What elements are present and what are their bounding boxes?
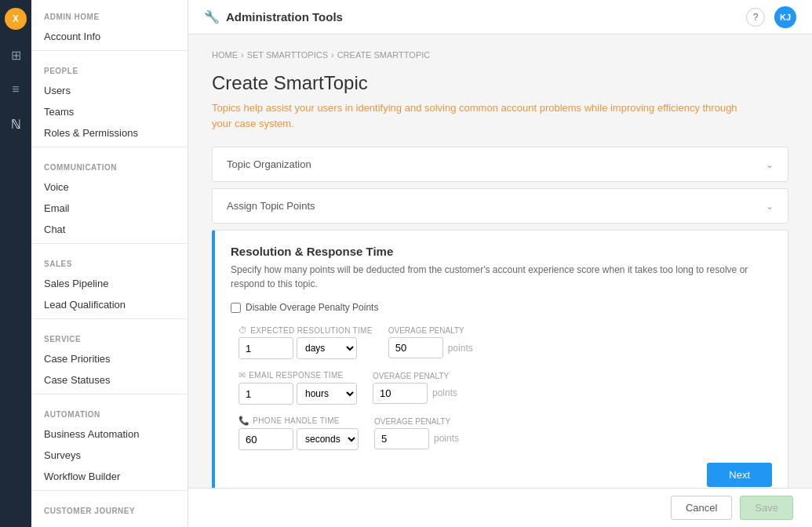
breadcrumb-sep1: › xyxy=(241,50,244,60)
sidebar-item-voice[interactable]: Voice xyxy=(31,176,188,198)
disable-penalty-row: Disable Overage Penalty Points xyxy=(231,302,772,313)
breadcrumb-create-smarttopic: CREATE SMARTTOPIC xyxy=(337,50,431,60)
cancel-button[interactable]: Cancel xyxy=(671,496,732,520)
sidebar-item-chat[interactable]: Chat xyxy=(31,219,188,240)
email-overage-label: OVERAGE PENALTY xyxy=(373,372,457,380)
sidebar-section-admin-home: ADMIN HOME xyxy=(31,0,188,26)
sidebar: ADMIN HOME Account Info PEOPLE Users Tea… xyxy=(31,0,188,527)
topbar-left: 🔧 Administration Tools xyxy=(204,9,343,24)
bottom-bar: Cancel Save xyxy=(188,488,812,527)
topic-org-chevron-icon: ⌄ xyxy=(766,159,774,170)
sidebar-item-teams[interactable]: Teams xyxy=(31,101,188,122)
breadcrumb-set-smarttopics[interactable]: SET SMARTTOPICS xyxy=(247,50,328,60)
topic-org-label: Topic Organization xyxy=(227,158,311,170)
email-points-label: points xyxy=(432,387,457,398)
resolution-time-unit-select[interactable]: days hours minutes xyxy=(297,337,357,359)
sidebar-section-people: PEOPLE xyxy=(31,54,188,80)
resolution-time-label: ⏱ EXPECTED RESOLUTION TIME xyxy=(239,325,373,335)
icon-bar: X ⊞ ≡ ℕ xyxy=(0,0,31,527)
resolution-time-row: ⏱ EXPECTED RESOLUTION TIME days hours mi… xyxy=(239,325,772,359)
sidebar-item-smart-topics[interactable]: SmartTopics xyxy=(31,520,188,527)
assign-points-header[interactable]: Assign Topic Points ⌄ xyxy=(213,189,788,223)
resolution-time-field: ⏱ EXPECTED RESOLUTION TIME days hours mi… xyxy=(239,325,373,359)
list-nav-icon[interactable]: ≡ xyxy=(6,80,25,99)
wrench-icon: 🔧 xyxy=(204,9,220,24)
resolution-form-rows: ⏱ EXPECTED RESOLUTION TIME days hours mi… xyxy=(231,325,772,450)
resolution-penalty-input[interactable] xyxy=(388,337,443,358)
disable-penalty-label[interactable]: Disable Overage Penalty Points xyxy=(246,302,378,313)
sidebar-item-account-info[interactable]: Account Info xyxy=(31,26,188,47)
email-penalty-group: OVERAGE PENALTY points xyxy=(373,372,457,404)
phone-handle-row: 📞 PHONE HANDLE TIME seconds minutes hour… xyxy=(239,416,772,450)
email-penalty-input-group: points xyxy=(373,383,457,404)
sidebar-section-communication: COMMUNICATION xyxy=(31,151,188,176)
assign-points-accordion: Assign Topic Points ⌄ xyxy=(212,188,788,224)
email-response-row: ✉ EMAIL RESPONSE TIME hours days minutes xyxy=(239,370,772,405)
home-nav-icon[interactable]: ⊞ xyxy=(6,45,25,64)
email-response-unit-select[interactable]: hours days minutes xyxy=(297,383,357,405)
sidebar-section-automation: AUTOMATION xyxy=(31,398,188,423)
topbar-right: ? KJ xyxy=(746,6,796,28)
breadcrumb-home[interactable]: HOME xyxy=(212,50,238,60)
resolution-penalty-group: OVERAGE PENALTY points xyxy=(388,326,473,358)
topic-org-header[interactable]: Topic Organization ⌄ xyxy=(213,147,788,181)
phone-handle-input-group: seconds minutes hours xyxy=(239,428,359,450)
resolution-penalty-input-group: points xyxy=(388,337,473,358)
notification-nav-icon[interactable]: ℕ xyxy=(6,114,25,133)
phone-handle-unit-select[interactable]: seconds minutes hours xyxy=(297,428,359,450)
next-button[interactable]: Next xyxy=(707,463,772,487)
phone-penalty-input[interactable] xyxy=(374,428,429,449)
phone-points-label: points xyxy=(434,433,459,444)
avatar: KJ xyxy=(774,6,796,28)
topbar: 🔧 Administration Tools ? KJ xyxy=(188,0,812,35)
page-title: Create SmartTopic xyxy=(212,72,788,94)
phone-penalty-input-group: points xyxy=(374,428,459,449)
resolution-points-label: points xyxy=(448,343,473,354)
resolution-time-input-group: days hours minutes xyxy=(239,337,373,359)
app-logo: X xyxy=(5,8,27,30)
assign-points-chevron-icon: ⌄ xyxy=(766,201,774,212)
sidebar-item-users[interactable]: Users xyxy=(31,80,188,101)
email-penalty-input[interactable] xyxy=(373,383,428,404)
phone-penalty-group: OVERAGE PENALTY points xyxy=(374,417,459,449)
email-response-input[interactable] xyxy=(239,383,293,405)
page-subtitle: Topics help assist your users in identif… xyxy=(212,100,745,131)
resolution-section: Resolution & Response Time Specify how m… xyxy=(212,230,788,488)
resolution-time-input[interactable] xyxy=(239,337,293,359)
phone-handle-label: 📞 PHONE HANDLE TIME xyxy=(239,416,359,426)
resolution-overage-label: OVERAGE PENALTY xyxy=(388,326,473,335)
topic-org-accordion: Topic Organization ⌄ xyxy=(212,147,788,182)
sidebar-item-surveys[interactable]: Surveys xyxy=(31,445,188,466)
breadcrumb: HOME › SET SMARTTOPICS › CREATE SMARTTOP… xyxy=(212,50,788,60)
main-area: 🔧 Administration Tools ? KJ HOME › SET S… xyxy=(188,0,812,527)
resolution-title: Resolution & Response Time xyxy=(231,245,772,258)
sidebar-item-workflow-builder[interactable]: Workflow Builder xyxy=(31,466,188,487)
disable-penalty-checkbox[interactable] xyxy=(231,303,241,313)
phone-icon: 📞 xyxy=(239,416,249,426)
sidebar-item-roles-permissions[interactable]: Roles & Permissions xyxy=(31,122,188,144)
email-icon: ✉ xyxy=(239,370,246,380)
assign-points-label: Assign Topic Points xyxy=(227,200,315,212)
topbar-title: Administration Tools xyxy=(226,10,343,24)
sidebar-item-case-priorities[interactable]: Case Priorities xyxy=(31,348,188,369)
sidebar-item-lead-qualification[interactable]: Lead Qualification xyxy=(31,294,188,315)
email-response-label: ✉ EMAIL RESPONSE TIME xyxy=(239,370,357,380)
help-icon[interactable]: ? xyxy=(746,8,765,27)
sidebar-item-sales-pipeline[interactable]: Sales Pipeline xyxy=(31,273,188,294)
clock-icon: ⏱ xyxy=(239,325,247,335)
breadcrumb-sep2: › xyxy=(331,50,334,60)
sidebar-item-email[interactable]: Email xyxy=(31,198,188,219)
sidebar-section-service: SERVICE xyxy=(31,322,188,348)
sidebar-section-customer-journey: CUSTOMER JOURNEY xyxy=(31,494,188,520)
save-button[interactable]: Save xyxy=(740,496,793,520)
phone-handle-field: 📞 PHONE HANDLE TIME seconds minutes hour… xyxy=(239,416,359,450)
sidebar-section-sales: SALES xyxy=(31,247,188,273)
phone-handle-input[interactable] xyxy=(239,428,293,450)
sidebar-item-business-automation[interactable]: Business Automation xyxy=(31,423,188,445)
phone-overage-label: OVERAGE PENALTY xyxy=(374,417,459,426)
sidebar-item-case-statuses[interactable]: Case Statuses xyxy=(31,369,188,391)
email-response-field: ✉ EMAIL RESPONSE TIME hours days minutes xyxy=(239,370,357,405)
content-area: HOME › SET SMARTTOPICS › CREATE SMARTTOP… xyxy=(188,35,812,488)
resolution-desc: Specify how many points will be deducted… xyxy=(231,263,772,291)
email-response-input-group: hours days minutes xyxy=(239,383,357,405)
